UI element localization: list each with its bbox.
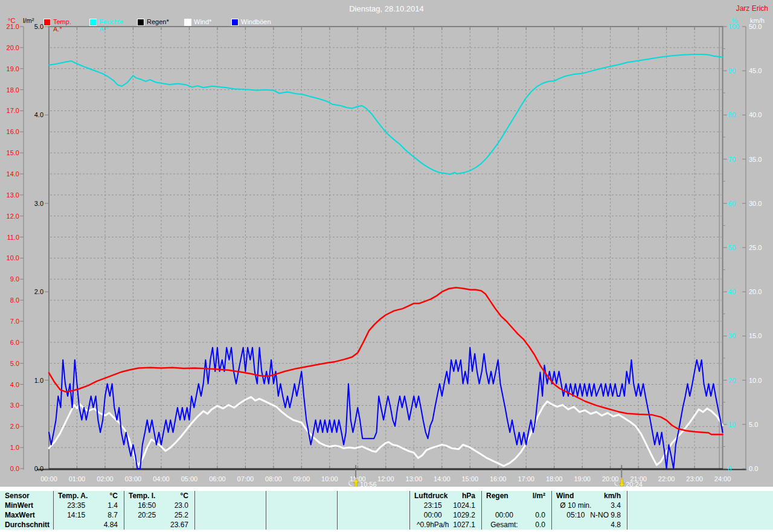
x-tick-label: 19:00 <box>574 475 591 482</box>
wind-tick-label: 45.0 <box>749 67 762 74</box>
temp-tick-label: 15.0 <box>7 149 19 156</box>
x-tick-label: 23:00 <box>686 475 703 482</box>
wind-tick-label: 20.0 <box>749 288 762 295</box>
x-tick-label: 04:00 <box>153 475 170 482</box>
humidity-tick-label: 50 <box>728 244 736 251</box>
table-value: 1024.1 <box>409 501 475 510</box>
table-row-label: MinWert <box>5 501 52 510</box>
x-tick-label: 05:00 <box>181 475 198 482</box>
temp-tick-label: 21.0 <box>7 23 19 30</box>
x-tick-label: 12:00 <box>377 475 394 482</box>
wind-tick-label: 30.0 <box>749 200 762 207</box>
temp-tick-label: 13.0 <box>7 191 19 199</box>
temp-tick-label: 10.0 <box>7 254 19 261</box>
humidity-tick-label: 40 <box>728 288 736 295</box>
temp-tick-label: 4.0 <box>10 381 19 388</box>
wind-tick-label: 40.0 <box>749 111 762 118</box>
temp-tick-label: 7.0 <box>10 318 19 325</box>
table-row-label: MaxWert <box>5 510 52 520</box>
humidity-tick-label: 70 <box>728 156 736 163</box>
x-tick-label: 10:00 <box>321 475 338 482</box>
temp-tick-label: 6.0 <box>10 339 19 346</box>
temp-tick-label: 2.0 <box>10 423 19 430</box>
table-value: 0.0 <box>481 520 545 530</box>
table-separator <box>266 491 266 530</box>
table-value: 1.4 <box>53 501 118 510</box>
humidity-tick-label: 10 <box>728 421 736 428</box>
humidity-tick-label: 100 <box>728 23 739 30</box>
humidity-tick-label: 30 <box>728 332 736 339</box>
table-value: 0.0 <box>481 510 545 520</box>
moonset-arrow-icon <box>619 479 624 487</box>
rain-tick-label: 0.0 <box>34 465 43 472</box>
x-tick-label: 07:00 <box>237 475 254 482</box>
table-sensor-unit: km/h <box>551 491 621 501</box>
temp-tick-label: 11.0 <box>7 234 19 241</box>
x-tick-label: 03:00 <box>125 475 142 482</box>
x-tick-label: 15:00 <box>461 475 478 482</box>
wind-tick-label: 25.0 <box>749 244 762 251</box>
table-value: 4.84 <box>53 520 118 530</box>
x-tick-label: 09:00 <box>293 475 310 482</box>
temp-tick-label: 17.0 <box>7 107 19 114</box>
humidity-tick-label: 80 <box>728 111 736 118</box>
humidity-tick-label: 90 <box>728 67 736 74</box>
x-tick-label: 18:00 <box>546 475 563 482</box>
temp-tick-label: 5.0 <box>10 360 19 367</box>
statistics-table: SensorMinWertMaxWertDurchschnittTemp. A.… <box>0 491 773 530</box>
table-value: 1029.2 <box>409 510 475 520</box>
humidity-tick-label: 0 <box>728 465 732 472</box>
x-tick-label: 20:00 <box>602 475 619 482</box>
wind-tick-label: 10.0 <box>749 377 762 384</box>
table-value: N-NO 9.8 <box>551 510 621 520</box>
x-tick-label: 02:00 <box>97 475 114 482</box>
temp-tick-label: 8.0 <box>10 296 19 304</box>
table-separator <box>627 491 627 530</box>
table-sensor-unit: °C <box>124 491 188 501</box>
weather-chart: 21.020.019.018.017.016.015.014.013.012.0… <box>0 0 773 490</box>
rain-tick-label: 5.0 <box>34 23 43 30</box>
x-tick-label: 22:00 <box>658 475 675 482</box>
temp-tick-label: 3.0 <box>10 402 19 409</box>
weather-app-screen: Dienstag, 28.10.2014 Jarz Erich °C l/m² … <box>0 0 773 532</box>
humidity-tick-label: 20 <box>728 377 736 384</box>
divider-top <box>0 487 773 491</box>
x-tick-label: 24:00 <box>714 475 731 482</box>
x-tick-label: 17:00 <box>518 475 534 482</box>
wind-tick-label: 0.0 <box>749 465 758 472</box>
x-tick-label: 06:00 <box>209 475 226 482</box>
x-tick-label: 16:00 <box>490 475 507 482</box>
x-tick-label: 14:00 <box>434 475 451 482</box>
table-value: 25.2 <box>124 510 188 520</box>
x-tick-label: 00:00 <box>40 475 57 482</box>
temp-tick-label: 18.0 <box>7 86 19 94</box>
table-value: 23.67 <box>124 520 188 530</box>
table-separator <box>337 491 338 530</box>
table-separator <box>194 491 195 530</box>
temp-tick-label: 1.0 <box>10 444 19 451</box>
table-sensor-unit: hPa <box>409 491 475 501</box>
divider-bottom <box>0 530 773 532</box>
table-row-label: Sensor <box>5 491 52 501</box>
temp-tick-label: 0.0 <box>10 465 19 472</box>
rain-tick-label: 3.0 <box>34 200 43 207</box>
temp-tick-label: 20.0 <box>7 44 19 51</box>
rain-tick-label: 2.0 <box>34 288 43 295</box>
wind-tick-label: 50.0 <box>749 23 762 30</box>
rain-tick-label: 1.0 <box>34 377 43 384</box>
table-value: 3.4 <box>551 501 621 510</box>
wind-tick-label: 5.0 <box>749 421 758 428</box>
table-value: 4.8 <box>551 520 621 530</box>
table-sensor-unit: l/m² <box>481 491 545 501</box>
temp-tick-label: 16.0 <box>7 128 19 135</box>
x-tick-label: 08:00 <box>265 475 282 482</box>
humidity-tick-label: 60 <box>728 200 736 207</box>
wind-tick-label: 15.0 <box>749 332 762 339</box>
x-tick-label: 01:00 <box>69 475 86 482</box>
temp-tick-label: 14.0 <box>7 170 19 178</box>
temp-tick-label: 12.0 <box>7 213 19 220</box>
table-value: 1027.1 <box>409 520 475 530</box>
table-value: 23.0 <box>124 501 188 510</box>
table-sensor-unit: °C <box>53 491 118 501</box>
temp-tick-label: 19.0 <box>7 65 19 72</box>
